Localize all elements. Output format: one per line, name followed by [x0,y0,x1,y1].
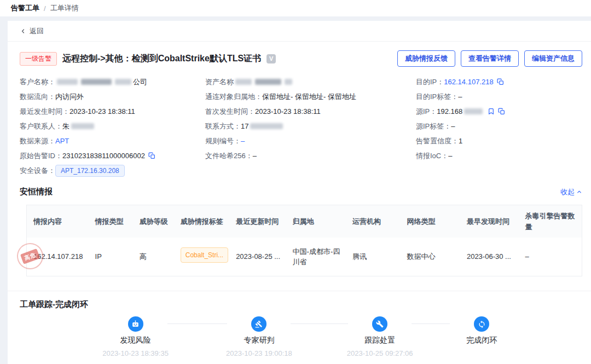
details-column-3: 目的IP： 162.14.107.218 目的IP标签： – 源IP： 192.… [416,74,579,178]
chevron-left-icon [20,28,26,34]
details-column-2: 资产名称 通连对象归属地： 保留地址- 保留地址- 保留地址 首次发生时间： 2… [205,74,416,178]
redaction-block [115,79,131,85]
field-file-hash-256: 文件哈希256： – [205,148,416,163]
field-customer-contact: 客户联系人： 朱 [20,119,205,134]
field-last-occurred: 最近发生时间： 2023-10-23 18:38:11 [20,104,205,119]
view-alert-detail-button[interactable]: 查看告警详情 [461,50,519,67]
field-peer-location: 通连对象归属地： 保留地址- 保留地址- 保留地址 [205,89,416,104]
field-intel-ioc: 情报IoC： – [416,148,579,163]
col-header-type: 情报类型 [91,205,135,238]
cell-first-found: 2023-06-30 ... [462,238,520,276]
step-expert-judgement: 专家研判 2023-10-23 19:00:18 [212,316,305,357]
copy-icon[interactable] [497,78,504,85]
col-header-level: 威胁等级 [135,205,176,238]
alert-details-grid: 客户名称： 公司 数据流向： 内访问外 最近发生时间： 2023-10-23 1… [8,70,591,178]
details-column-1: 客户名称： 公司 数据流向： 内访问外 最近发生时间： 2023-10-23 1… [20,74,205,178]
cell-operator: 腾讯 [348,238,402,276]
step-closed-loop: 完成闭环 [435,316,528,349]
col-header-updated: 最近更新时间 [231,205,288,238]
edit-asset-info-button[interactable]: 编辑资产信息 [524,50,582,67]
field-source-ip: 源IP： 192.168 [416,104,579,119]
field-security-device: 安全设备： APT_172.16.30.208 [20,163,205,178]
threat-tag[interactable]: Cobalt_Stri... [181,247,228,263]
loop-icon [474,316,489,332]
copy-icon[interactable] [148,152,155,159]
field-alert-confidence: 告警置信度： 1 [416,134,579,148]
gavel-icon [251,316,266,332]
breadcrumb-separator: / [44,4,46,13]
cell-threat-tag: Cobalt_Stri... [176,238,231,276]
intel-section-header: 安恒情报 收起 [8,178,591,204]
title-actions: 威胁情报反馈 查看告警详情 编辑资产信息 [397,50,582,67]
back-button[interactable]: 返回 [20,26,44,36]
col-header-location: 归属地 [288,205,349,238]
col-header-network: 网络类型 [402,205,462,238]
alert-title-row: 一级告警 远程控制->其他：检测到CobaltStrike默认TLS证书 V 威… [8,42,591,70]
breadcrumb-parent[interactable]: 告警工单 [11,3,39,13]
intel-table-header-row: 情报内容 情报类型 威胁等级 威胁情报标签 最近更新时间 归属地 运营机构 网络… [27,205,582,238]
tracking-section-title: 工单跟踪-完成闭环 [20,299,579,310]
redaction-block [285,79,292,85]
security-device-tag[interactable]: APT_172.16.30.208 [55,165,125,177]
cell-updated: 2023-08-25 ... [231,238,288,276]
col-header-first-found: 最早发现时间 [462,205,520,238]
cell-av-count: – [520,238,582,276]
redaction-block [81,79,112,85]
cell-threat-level: 高 [135,238,176,276]
breadcrumb: 告警工单 / 工单详情 [0,0,591,16]
intel-table-row: 高危 162.14.107.218 IP 高 Cobalt_Stri... 20… [27,238,582,276]
alert-title: 远程控制->其他：检测到CobaltStrike默认TLS证书 [62,53,261,65]
step-track-handle: 跟踪处置 2023-10-25 09:27:06 [333,316,426,357]
intel-table: 情报内容 情报类型 威胁等级 威胁情报标签 最近更新时间 归属地 运营机构 网络… [26,205,582,276]
field-dest-ip: 目的IP： 162.14.107.218 [416,74,579,89]
redaction-block [235,79,252,85]
intel-section-title: 安恒情报 [20,187,53,197]
col-header-operator: 运营机构 [348,205,402,238]
back-row: 返回 [8,21,591,42]
tracking-timeline: 发现风险 2023-10-23 18:39:35 专家研判 2023-10-23… [20,316,579,364]
redaction-block [71,123,94,129]
field-first-occurred: 首次发生时间： 2023-10-23 18:38:11 [205,104,416,119]
redaction-block [464,108,483,114]
cell-intel-type: IP [91,238,135,276]
dest-ip-link[interactable]: 162.14.107.218 [444,78,493,86]
copy-icon[interactable] [498,108,505,115]
cell-network: 数据中心 [402,238,462,276]
col-header-content: 情报内容 [27,205,91,238]
field-original-alert-id: 原始告警ID： 231023183811000006002 [20,148,205,163]
col-header-tag: 威胁情报标签 [176,205,231,238]
tracking-section: 工单跟踪-完成闭环 发现风险 2023-10-23 18:39: [8,291,591,364]
step-risk-found: 发现风险 2023-10-23 18:39:35 [89,316,182,357]
field-contact-phone: 联系方式： 17 [205,119,416,134]
field-data-source: 数据来源： APT [20,134,205,148]
field-dest-ip-tag: 目的IP标签： – [416,89,579,104]
back-label: 返回 [30,26,44,36]
work-order-detail-card: 返回 一级告警 远程控制->其他：检测到CobaltStrike默认TLS证书 … [8,21,591,364]
cell-intel-content: 高危 162.14.107.218 [27,238,91,276]
verified-badge: V [266,54,276,63]
cell-location: 中国-成都市-四川省 [288,238,349,276]
alert-level-badge: 一级告警 [20,52,57,66]
chevron-up-icon [576,189,582,195]
breadcrumb-current: 工单详情 [50,3,79,13]
field-rule-number: 规则编号： – [205,134,416,148]
robot-icon [128,316,143,332]
col-header-av-count: 杀毒引擎告警数量 [520,205,582,238]
redaction-block [57,79,78,85]
redaction-block [255,79,281,85]
data-source-link[interactable]: APT [55,137,69,145]
collapse-link[interactable]: 收起 [560,187,582,197]
field-customer-name: 客户名称： 公司 [20,74,205,89]
bookmark-icon[interactable] [488,108,495,115]
field-asset-name: 资产名称 [205,74,416,89]
wrench-icon [372,316,387,332]
field-source-ip-tag: 源IP标签： – [416,119,579,134]
field-data-flow: 数据流向： 内访问外 [20,89,205,104]
threat-intel-feedback-button[interactable]: 威胁情报反馈 [397,50,455,67]
redaction-block [250,123,283,129]
